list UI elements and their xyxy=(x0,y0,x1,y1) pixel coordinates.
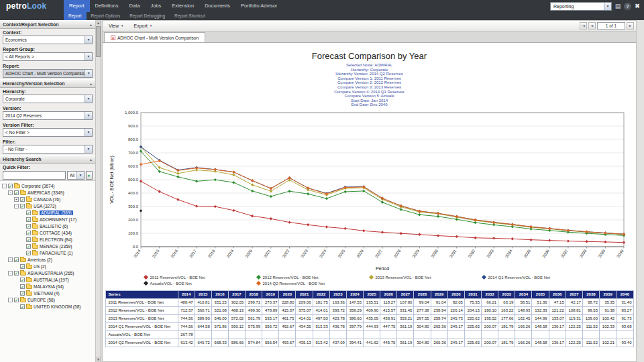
subnav-item-report-debugging[interactable]: Report Debugging xyxy=(125,12,170,20)
checkbox-checked-icon[interactable]: ✓ xyxy=(26,210,31,215)
version-select[interactable]: 2014 Q2 Reserves ▼ xyxy=(3,111,93,120)
window-icon[interactable]: ▤ xyxy=(614,2,622,10)
tree-item-electron-84[interactable]: ✓ELECTRON (84) xyxy=(0,236,95,243)
view-button[interactable]: View ▼ xyxy=(105,22,128,29)
tree-item-corporate-3674[interactable]: -✓Corporate (3674) xyxy=(0,182,95,189)
table-row: 2014 Q2 Reserves/VOL - BOE Net613.42640.… xyxy=(105,339,633,347)
section-hierarchy-version[interactable]: Hierarchy/Version Selection ▲ xyxy=(0,79,95,88)
column-header-year: 2040 xyxy=(616,290,633,298)
scrollbar-thumb[interactable] xyxy=(96,26,101,57)
section-context-report[interactable]: Context/Report Selection ▲ xyxy=(0,20,95,29)
tree-item-us-2[interactable]: ✓US (2) xyxy=(0,263,95,269)
tree-item-parachute-1[interactable]: ✓PARACHUTE (1) xyxy=(0,249,95,256)
table-cell: 493.67 xyxy=(279,339,296,347)
sidebar-scrollbar[interactable]: ▲ ▼ xyxy=(95,20,101,362)
section-hierarchy-search[interactable]: Hierarchy Search ▲ xyxy=(0,155,95,164)
tree-item-vietnam-4[interactable]: ✓VIETNAM (4) xyxy=(0,290,95,296)
table-cell: 560.71 xyxy=(195,306,211,314)
checkbox-checked-icon[interactable]: ✓ xyxy=(20,264,25,269)
chart-info-line: Compare Version 4: 2014 Q1 Reserves xyxy=(103,90,636,95)
nav-item-portfolio-advisor[interactable]: Portfolio Advisor xyxy=(235,0,282,12)
tree-item-malaysia-64[interactable]: ✓MALAYSIA (64) xyxy=(0,283,95,290)
checkbox-checked-icon[interactable]: ✓ xyxy=(20,304,25,309)
tree-item-usa-3273[interactable]: -✓USA (3273) xyxy=(0,202,95,209)
tree-item-menace-2359[interactable]: ✓MENACE (2359) xyxy=(0,243,95,249)
close-icon[interactable]: ✖ xyxy=(633,2,641,10)
checkbox-checked-icon[interactable]: ✓ xyxy=(20,204,25,208)
svg-text:VOL - BOE Net (Mboe): VOL - BOE Net (Mboe) xyxy=(109,156,115,204)
checkbox-checked-icon[interactable]: ✓ xyxy=(14,298,19,302)
tree-item-canada-76[interactable]: +✓CANADA (76) xyxy=(0,196,95,202)
export-button[interactable]: Export ▼ xyxy=(130,22,157,29)
next-page-button[interactable]: ▶ xyxy=(627,22,634,29)
tree-item-americas-2[interactable]: -✓Americas (2) xyxy=(0,256,95,263)
collapse-node-icon[interactable]: - xyxy=(8,257,13,262)
collapse-node-icon[interactable]: - xyxy=(2,184,7,188)
nav-item-documents[interactable]: Documents xyxy=(199,0,235,12)
chart-info-line: Compare Version 5: Actuals xyxy=(103,94,636,99)
collapse-node-icon[interactable]: - xyxy=(14,204,19,208)
checkbox-checked-icon[interactable]: ✓ xyxy=(26,237,31,242)
checkbox-checked-icon[interactable]: ✓ xyxy=(26,244,31,249)
nav-item-jobs[interactable]: Jobs xyxy=(145,0,166,12)
tree-item-adornment-17[interactable]: ✓ADORNMENT (17) xyxy=(0,216,95,223)
checkbox-checked-icon[interactable]: ✓ xyxy=(20,278,25,282)
checkbox-checked-icon[interactable]: ✓ xyxy=(20,291,25,296)
subnav-item-report-options[interactable]: Report Options xyxy=(87,12,125,20)
column-header-year: 2019 xyxy=(262,290,279,298)
subnav-item-report-shortcut[interactable]: Report Shortcut xyxy=(170,12,210,20)
collapse-node-icon[interactable]: - xyxy=(8,271,13,276)
table-cell xyxy=(380,330,397,339)
tree-item-europe-58[interactable]: -✓EUROPE (58) xyxy=(0,296,95,303)
nav-item-data[interactable]: Data xyxy=(124,0,146,12)
subnav-item-report[interactable]: Report xyxy=(64,12,87,20)
tab-adhoc-chart[interactable]: ✕ ADHOC Chart - Multi Version Comparison xyxy=(104,32,205,42)
version-filter-select[interactable]: < No Filter > ▼ xyxy=(3,128,93,137)
checkbox-checked-icon[interactable]: ✓ xyxy=(14,257,19,262)
tree-item-united-kingdom-58[interactable]: ✓UNITED KINGDOM (58) xyxy=(0,303,95,310)
collapse-node-icon[interactable]: - xyxy=(8,190,13,195)
scroll-down-icon[interactable]: ▼ xyxy=(96,357,101,362)
tree-item-cottage-434[interactable]: ✓COTTAGE (434) xyxy=(0,229,95,236)
checkbox-checked-icon[interactable]: ✓ xyxy=(14,190,19,195)
checkbox-checked-icon[interactable]: ✓ xyxy=(8,184,13,188)
nav-item-definitions[interactable]: Definitions xyxy=(90,0,124,12)
collapse-node-icon[interactable]: - xyxy=(8,298,13,302)
context-select[interactable]: Economics ▼ xyxy=(3,36,93,44)
quick-filter-scope-select[interactable]: All ▼ xyxy=(67,171,85,180)
collapse-icon[interactable]: ▲ xyxy=(89,82,93,86)
prev-page-button[interactable]: ◀ xyxy=(588,22,596,29)
folder-icon xyxy=(26,278,32,282)
tree-item-australia-197[interactable]: ✓AUSTRALIA (197) xyxy=(0,276,95,283)
collapse-icon[interactable]: ▲ xyxy=(89,23,93,27)
reporting-select[interactable]: Reporting ▼ xyxy=(550,2,612,11)
checkbox-checked-icon[interactable]: ✓ xyxy=(26,224,31,229)
report-select[interactable]: ADHOC Chart - Multi Version Comparison ▼ xyxy=(3,69,93,78)
checkbox-checked-icon[interactable]: ✓ xyxy=(26,231,31,235)
help-icon[interactable]: ? xyxy=(624,3,631,10)
scroll-up-icon[interactable]: ▲ xyxy=(96,20,101,25)
checkbox-checked-icon[interactable]: ✓ xyxy=(26,217,31,222)
filter-select[interactable]: - No Filter - ▼ xyxy=(3,145,93,154)
nav-item-report[interactable]: Report xyxy=(64,0,90,12)
expand-node-icon[interactable]: + xyxy=(14,197,19,202)
report-group-select[interactable]: < All Reports > ▼ xyxy=(3,52,93,61)
page-indicator[interactable]: 1 of 1 xyxy=(597,22,625,29)
quick-filter-go-button[interactable]: ▸ xyxy=(86,171,93,180)
hierarchy-select[interactable]: Corporate ▼ xyxy=(3,95,93,103)
table-cell: 444.93 xyxy=(364,322,380,330)
first-page-button[interactable]: |◀ xyxy=(580,22,587,29)
tree-item-asia-australia-265[interactable]: -✓ASIA/AUSTRALIA (265) xyxy=(0,269,95,276)
table-cell: 163.36 xyxy=(329,298,346,306)
tree-item-ballistic-6[interactable]: ✓BALLISTIC (6) xyxy=(0,223,95,229)
checkbox-checked-icon[interactable]: ✓ xyxy=(20,284,25,289)
tree-item-admiral-369[interactable]: ✓ADMIRAL (369) xyxy=(0,209,95,216)
quick-filter-input[interactable] xyxy=(3,171,66,180)
checkbox-checked-icon[interactable]: ✓ xyxy=(26,251,31,255)
nav-item-extension[interactable]: Extension xyxy=(166,0,199,12)
checkbox-checked-icon[interactable]: ✓ xyxy=(20,197,25,202)
collapse-icon[interactable]: ▲ xyxy=(89,158,93,162)
column-header-year: 2023 xyxy=(329,290,346,298)
tree-item-americas-3349[interactable]: -✓AMERICAS (3349) xyxy=(0,189,95,196)
checkbox-checked-icon[interactable]: ✓ xyxy=(14,271,19,276)
